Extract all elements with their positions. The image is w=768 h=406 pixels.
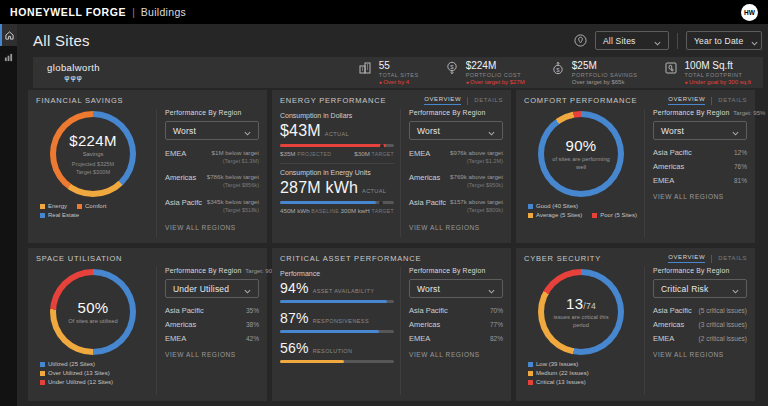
legend-swatch (40, 204, 45, 209)
panel-title: COMFORT PERFORMANCE (524, 96, 637, 105)
page-header: All Sites All Sites Year to Date (17, 24, 768, 57)
region-row: Asia Pacific(5 critical issues) (653, 303, 747, 317)
energy-region-dropdown[interactable]: Worst (409, 121, 503, 140)
region-row: Asia Pacifc $157k above target(Target $8… (409, 194, 503, 218)
region-row: EMEA42% (165, 331, 259, 345)
metric-asset-availability: 94% ASSET AVAILABILITY (280, 280, 394, 303)
consumption-units-bar (280, 201, 394, 204)
chevron-down-icon (743, 32, 758, 50)
region-row: EMEA(2 critical issues) (653, 331, 747, 345)
legend-item: Critical (13 Issues) (528, 379, 586, 385)
tab-overview[interactable]: OVERVIEW (668, 254, 705, 263)
header-divider (677, 33, 678, 49)
cyber-critical-count: 13/74 (566, 295, 596, 312)
panel-tabs: OVERVIEW DETAILS (668, 254, 747, 263)
region-row: Asia Pacifc $345k below target(Target $5… (165, 194, 259, 218)
consumption-dollars-value: $43M (280, 122, 321, 140)
sidebar-item-home[interactable] (0, 24, 17, 46)
header-controls: All Sites Year to Date (574, 31, 762, 50)
stat-delta: Over target by $27M (466, 79, 525, 85)
panel-space-utilisation: SPACE UTILISATION 50% Of sites are utili… (28, 248, 267, 401)
tab-details[interactable]: DETAILS (474, 97, 503, 105)
date-range-dropdown[interactable]: Year to Date (686, 31, 762, 50)
legend-item: Real Estate (40, 212, 79, 218)
view-all-regions-link[interactable]: VIEW ALL REGIONS (653, 193, 747, 200)
region-row: Americas77% (409, 317, 503, 331)
comfort-legend: Good (40 Sites) Average (5 Sites) Poor (… (524, 203, 638, 218)
panel-title: CYBER SECURITY (524, 254, 601, 263)
stat-value: 100M Sq.ft (685, 60, 751, 71)
region-heading: Performance By Region (653, 109, 729, 116)
panel-title: SPACE UTILISATION (36, 254, 122, 263)
tab-overview[interactable]: OVERVIEW (424, 96, 461, 105)
region-heading: Performance By Region (653, 267, 729, 274)
stat-delta: Under goal by 300 sq.ft (685, 79, 751, 85)
dollar-down-icon: $ (445, 61, 459, 79)
space-percentage: 50% (78, 299, 109, 316)
panel-title: FINANCIAL SAVINGS (36, 96, 123, 105)
stat-portfolio-savings: $ $25M PORTFOLIO SAVINGS Over target by … (551, 60, 638, 85)
dollar-up-icon: $ (551, 61, 565, 79)
region-row: Asia Pacific70% (409, 303, 503, 317)
comfort-donut-chart: 90% of sites are performing well (538, 111, 624, 197)
stat-value: $224M (466, 60, 525, 71)
legend-item: Under Utilized (12 Sites) (40, 379, 113, 385)
space-region-dropdown[interactable]: Under Utilised (165, 279, 259, 298)
main-area: All Sites All Sites Year to Date global (17, 24, 768, 406)
space-legend: Utilized (25 Sites) Over Utilized (13 Si… (36, 361, 150, 385)
bar-chart-icon (4, 48, 13, 66)
panel-cyber-security: CYBER SECURITY OVERVIEW DETAILS 13/74 is… (516, 248, 755, 401)
legend-item: Comfort (77, 203, 106, 209)
sidebar-item-analytics[interactable] (0, 46, 17, 68)
metric-resolution: 56% RESOLUTION (280, 340, 394, 363)
financial-savings-donut-chart: $224M Savings Projected $325MTarget $300… (50, 111, 136, 197)
region-row: Americas38% (165, 317, 259, 331)
region-row: EMEA82% (409, 331, 503, 345)
view-all-regions-link[interactable]: VIEW ALL REGIONS (409, 351, 503, 358)
view-all-regions-link[interactable]: VIEW ALL REGIONS (165, 224, 259, 231)
location-pin-icon (574, 34, 587, 47)
panel-critical-asset-performance: CRITICAL ASSET PERFORMANCE Performance 9… (272, 248, 511, 401)
cyber-region-dropdown[interactable]: Critical Risk (653, 279, 747, 298)
svg-text:$: $ (556, 67, 560, 73)
comfort-region-dropdown[interactable]: Worst (653, 121, 747, 140)
metric-responsiveness: 87% RESPONSIVENESS (280, 310, 394, 333)
region-row: Asia Pacific12% (653, 145, 747, 159)
sidebar-nav (0, 24, 17, 406)
stat-value: 55 (379, 60, 419, 71)
region-row: EMEA $1M below target(Target $1.3M) (165, 145, 259, 169)
chevron-down-icon (480, 122, 495, 140)
region-heading: Performance By Region (165, 267, 241, 274)
legend-item: Poor (5 Sites) (592, 212, 637, 218)
view-all-regions-link[interactable]: VIEW ALL REGIONS (409, 224, 503, 231)
region-row: Americas $786k below target(Target $856k… (165, 169, 259, 193)
financial-region-dropdown[interactable]: Worst (165, 121, 259, 140)
tab-details[interactable]: DETAILS (718, 97, 747, 105)
region-heading: Performance By Region (165, 109, 241, 116)
region-row: Americas76% (653, 159, 747, 173)
region-heading: Performance By Region (409, 109, 485, 116)
brand-logo: HONEYWELL FORGE (10, 6, 126, 18)
chevron-down-icon (724, 122, 739, 140)
legend-item: Good (40 Sites) (528, 203, 578, 209)
view-all-regions-link[interactable]: VIEW ALL REGIONS (653, 351, 747, 358)
panel-title: CRITICAL ASSET PERFORMANCE (280, 254, 421, 263)
building-icon (358, 61, 372, 79)
consumption-dollars-bar (280, 144, 394, 147)
chevron-down-icon (724, 280, 739, 298)
savings-projected: Projected $325M (72, 161, 114, 167)
legend-item: Low (39 Issues) (528, 361, 578, 367)
site-filter-dropdown[interactable]: All Sites (595, 31, 669, 50)
legend-item: Over Utilized (13 Sites) (40, 370, 110, 376)
tab-overview[interactable]: OVERVIEW (668, 96, 705, 105)
site-filter-value: All Sites (603, 36, 636, 46)
portfolio-summary-bar: globalworth φφφ 55 TOTAL SITES Over by 4 (33, 57, 763, 88)
financial-legend: Energy Comfort Real Estate (36, 203, 150, 218)
consumption-units-value: 287M kWh (280, 179, 358, 197)
stat-portfolio-cost: $ $224M PORTFOLIO COST Over target by $2… (445, 60, 525, 85)
tab-details[interactable]: DETAILS (718, 255, 747, 263)
user-avatar[interactable]: HW (741, 4, 758, 21)
critical-region-dropdown[interactable]: Worst (409, 279, 503, 298)
view-all-regions-link[interactable]: VIEW ALL REGIONS (165, 351, 259, 358)
region-row: Americas $769k above target(Target $950k… (409, 169, 503, 193)
